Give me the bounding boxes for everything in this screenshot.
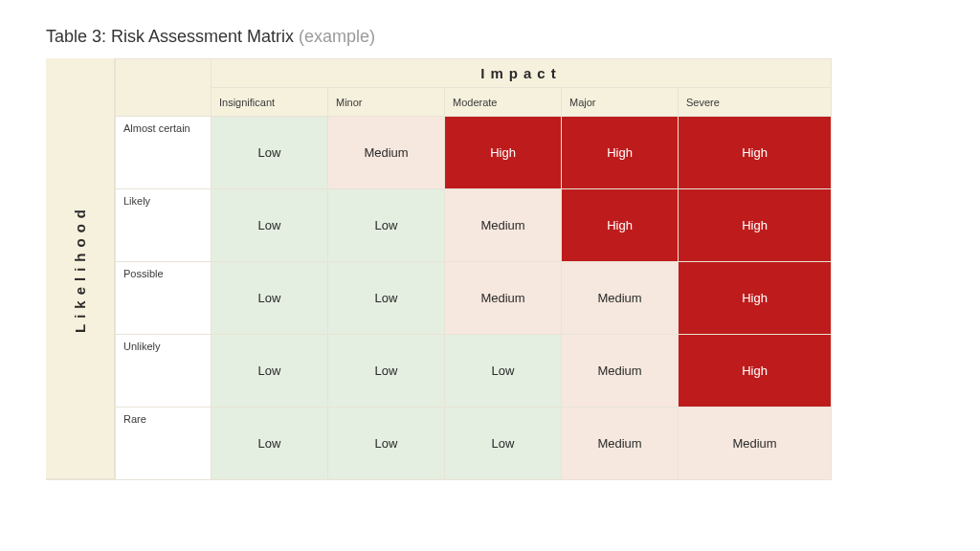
impact-header-major: Major — [561, 87, 678, 116]
axis-impact-label: Impact — [211, 58, 831, 87]
risk-cell: High — [561, 188, 678, 261]
risk-cell: Low — [327, 188, 444, 261]
likelihood-header-likely: Likely — [115, 188, 211, 261]
risk-cell: High — [678, 334, 831, 407]
likelihood-header-unlikely: Unlikely — [115, 334, 211, 407]
likelihood-header-almost-certain: Almost certain — [115, 116, 211, 188]
impact-header-moderate: Moderate — [444, 87, 561, 116]
risk-cell: High — [561, 116, 678, 188]
risk-cell: Medium — [444, 261, 561, 334]
risk-cell: High — [444, 116, 561, 188]
table-title: Table 3: Risk Assessment Matrix (example… — [46, 27, 934, 47]
risk-cell: High — [678, 188, 831, 261]
risk-cell: Low — [211, 116, 327, 188]
risk-cell: Medium — [327, 116, 444, 188]
risk-cell: Medium — [561, 261, 678, 334]
risk-cell: Low — [444, 334, 561, 407]
risk-cell: High — [678, 116, 831, 188]
likelihood-header-rare: Rare — [115, 407, 211, 479]
risk-cell: Low — [327, 407, 444, 479]
risk-cell: High — [678, 261, 831, 334]
risk-cell: Low — [327, 334, 444, 407]
risk-cell: Low — [211, 334, 327, 407]
impact-header-minor: Minor — [327, 87, 444, 116]
table-title-main: Table 3: Risk Assessment Matrix — [46, 27, 299, 46]
risk-cell: Low — [211, 188, 327, 261]
axis-likelihood-label: Likelihood — [46, 58, 115, 479]
risk-cell: Medium — [678, 407, 831, 479]
risk-cell: Medium — [561, 407, 678, 479]
table-title-muted: (example) — [299, 27, 375, 46]
risk-cell: Medium — [444, 188, 561, 261]
risk-cell: Low — [327, 261, 444, 334]
corner-blank — [115, 58, 211, 116]
risk-cell: Low — [211, 261, 327, 334]
impact-header-severe: Severe — [678, 87, 831, 116]
likelihood-header-possible: Possible — [115, 261, 211, 334]
risk-cell: Low — [444, 407, 561, 479]
risk-matrix: Likelihood Impact Insignificant Minor Mo… — [46, 58, 832, 480]
risk-cell: Medium — [561, 334, 678, 407]
risk-cell: Low — [211, 407, 327, 479]
impact-header-insignificant: Insignificant — [211, 87, 327, 116]
